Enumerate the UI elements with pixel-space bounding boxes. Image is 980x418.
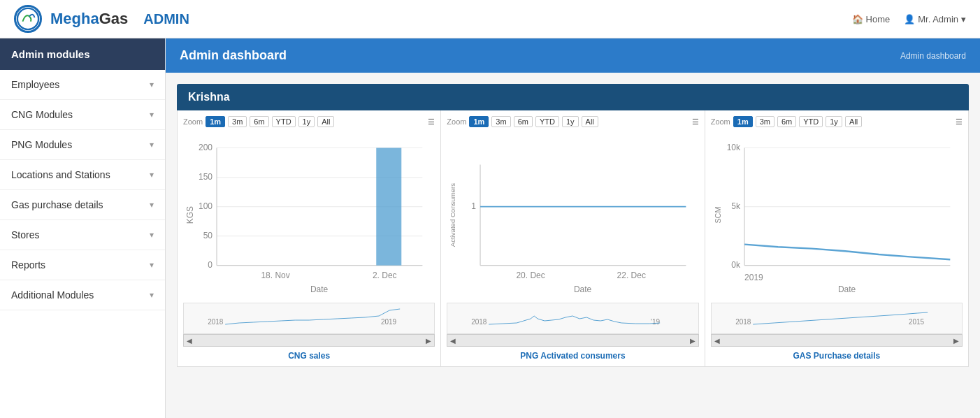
sidebar: Admin modules Employees ▾ CNG Modules ▾ … [0, 38, 166, 418]
scroll-right-icon-png[interactable]: ▶ [690, 337, 696, 345]
sidebar-item-stores[interactable]: Stores ▾ [0, 220, 165, 250]
gas-minimap: 2018 2015 [711, 303, 963, 334]
scroll-right-icon[interactable]: ▶ [426, 337, 431, 345]
sidebar-item-employees[interactable]: Employees ▾ [0, 70, 165, 100]
sidebar-item-locations-stations[interactable]: Locations and Stations ▾ [0, 160, 165, 190]
chart-menu-icon-png[interactable]: ☰ [692, 117, 699, 127]
png-minimap-svg: 2018 '19 [447, 303, 698, 331]
user-icon: 👤 [904, 14, 915, 24]
svg-text:SCM: SCM [714, 207, 722, 224]
zoom-1m-button-gas[interactable]: 1m [733, 116, 753, 127]
admin-label: ADMIN [143, 11, 189, 27]
zoom-1y-button-png[interactable]: 1y [562, 116, 579, 127]
scroll-left-icon-gas[interactable]: ◀ [714, 337, 720, 345]
cng-minimap: 2018 2019 [183, 303, 435, 334]
svg-text:1: 1 [472, 201, 477, 211]
zoom-3m-button[interactable]: 3m [228, 116, 247, 127]
chevron-down-icon: ▾ [150, 230, 154, 240]
logo-icon [14, 5, 42, 33]
gas-chart-svg: SCM 10k 5k 0k [711, 130, 963, 300]
png-activated-panel: Zoom 1m 3m 6m YTD 1y All ☰ Activated Con… [441, 110, 705, 366]
png-chart-svg: Activated Consumers 1 [447, 130, 698, 300]
sidebar-item-cng-modules[interactable]: CNG Modules ▾ [0, 100, 165, 130]
zoom-3m-button-gas[interactable]: 3m [756, 116, 774, 127]
main-content: Admin dashboard Admin dashboard Krishna … [166, 38, 980, 418]
scroll-left-icon[interactable]: ◀ [187, 337, 192, 345]
svg-text:Date: Date [310, 284, 329, 294]
charts-row: Zoom 1m 3m 6m YTD 1y All ☰ KGS [177, 110, 969, 367]
zoom-ytd-button[interactable]: YTD [272, 116, 296, 127]
gas-minimap-controls: ◀ ▶ [711, 334, 963, 347]
page-header: Admin dashboard Admin dashboard [166, 38, 980, 73]
sidebar-item-additional-modules[interactable]: Additional Modules ▾ [0, 280, 165, 310]
chevron-down-icon: ▾ [150, 140, 154, 150]
gas-minimap-svg: 2018 2015 [712, 303, 962, 331]
scroll-right-icon-gas[interactable]: ▶ [953, 337, 959, 345]
png-minimap-controls: ◀ ▶ [447, 334, 698, 347]
sidebar-label-stores: Stores [11, 229, 39, 240]
zoom-label-gas: Zoom [711, 117, 730, 126]
logo-text: MeghaGas [50, 10, 128, 28]
sidebar-item-png-modules[interactable]: PNG Modules ▾ [0, 130, 165, 160]
svg-text:5k: 5k [731, 201, 741, 211]
svg-text:Date: Date [574, 284, 592, 294]
sidebar-label-cng-modules: CNG Modules [11, 109, 73, 120]
svg-text:10k: 10k [726, 143, 740, 152]
breadcrumb: Admin dashboard [900, 51, 966, 61]
home-icon: 🏠 [852, 14, 863, 24]
cng-toolbar: Zoom 1m 3m 6m YTD 1y All ☰ [183, 116, 435, 127]
gas-chart-area: SCM 10k 5k 0k [711, 130, 963, 300]
home-link[interactable]: 🏠 Home [852, 14, 890, 24]
header: MeghaGas ADMIN 🏠 Home 👤 Mr. Admin ▾ [0, 0, 980, 38]
zoom-all-button-png[interactable]: All [582, 116, 598, 127]
zoom-label: Zoom [183, 117, 203, 126]
svg-text:2018: 2018 [208, 318, 224, 326]
svg-text:2019: 2019 [381, 318, 397, 326]
svg-text:50: 50 [203, 231, 213, 240]
zoom-ytd-button-png[interactable]: YTD [535, 116, 559, 127]
sidebar-label-gas-purchase: Gas purchase details [11, 199, 103, 210]
png-minimap: 2018 '19 [447, 303, 698, 334]
zoom-6m-button-png[interactable]: 6m [514, 116, 533, 127]
cng-minimap-svg: 2018 2019 [184, 303, 434, 331]
svg-text:2. Dec: 2. Dec [373, 271, 397, 280]
cng-sales-panel: Zoom 1m 3m 6m YTD 1y All ☰ KGS [178, 110, 441, 366]
png-toolbar: Zoom 1m 3m 6m YTD 1y All ☰ [447, 116, 698, 127]
zoom-1m-button-png[interactable]: 1m [469, 116, 489, 127]
chart-menu-icon-gas[interactable]: ☰ [956, 117, 963, 127]
svg-text:2019: 2019 [744, 273, 763, 282]
svg-text:KGS: KGS [185, 206, 195, 224]
svg-text:'19: '19 [651, 318, 660, 326]
zoom-ytd-button-gas[interactable]: YTD [799, 116, 823, 127]
krishna-header: Krishna [177, 84, 969, 110]
sidebar-title: Admin modules [0, 38, 165, 70]
scroll-left-icon-png[interactable]: ◀ [450, 337, 456, 345]
chart-menu-icon[interactable]: ☰ [428, 117, 435, 127]
sidebar-item-gas-purchase[interactable]: Gas purchase details ▾ [0, 190, 165, 220]
zoom-6m-button[interactable]: 6m [250, 116, 268, 127]
cng-chart-svg: KGS 200 150 [183, 130, 435, 300]
chevron-down-icon: ▾ [150, 80, 154, 89]
svg-text:150: 150 [199, 172, 212, 182]
page-title: Admin dashboard [180, 48, 287, 63]
svg-text:2018: 2018 [735, 318, 751, 326]
user-menu[interactable]: 👤 Mr. Admin ▾ [904, 14, 966, 24]
zoom-all-button[interactable]: All [317, 116, 334, 127]
svg-text:22. Dec: 22. Dec [617, 271, 646, 280]
zoom-1y-button[interactable]: 1y [298, 116, 315, 127]
svg-text:18. Nov: 18. Nov [261, 271, 289, 280]
svg-text:2015: 2015 [909, 318, 925, 326]
sidebar-item-reports[interactable]: Reports ▾ [0, 250, 165, 280]
zoom-1m-button[interactable]: 1m [206, 116, 225, 127]
chevron-down-icon: ▾ [150, 290, 154, 300]
chevron-down-icon: ▾ [150, 200, 154, 210]
sidebar-label-reports: Reports [11, 259, 45, 271]
sidebar-label-locations-stations: Locations and Stations [11, 169, 110, 180]
zoom-6m-button-gas[interactable]: 6m [777, 116, 796, 127]
chevron-down-icon: ▾ [150, 260, 154, 270]
svg-rect-14 [376, 148, 401, 266]
zoom-all-button-gas[interactable]: All [845, 116, 862, 127]
zoom-3m-button-png[interactable]: 3m [491, 116, 510, 127]
gas-purchase-panel: Zoom 1m 3m 6m YTD 1y All ☰ SCM [705, 110, 968, 366]
zoom-1y-button-gas[interactable]: 1y [826, 116, 842, 127]
